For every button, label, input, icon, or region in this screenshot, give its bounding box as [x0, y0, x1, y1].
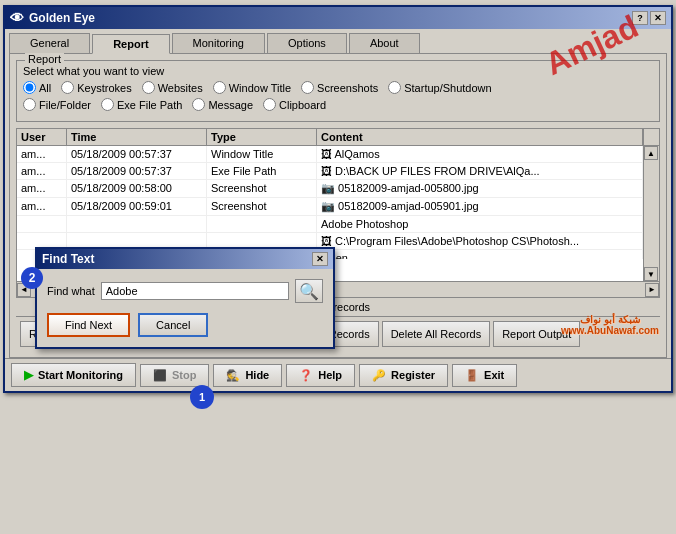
watermark-line2: www.AbuNawaf.com [561, 325, 659, 336]
select-label: Select what you want to view [23, 65, 653, 77]
titlebar: 👁 Golden Eye ? ✕ [5, 7, 671, 29]
table-row[interactable]: Adobe Photoshop [17, 216, 643, 233]
help-button[interactable]: ❓ Help [286, 364, 355, 387]
cell-content: 📷 05182009-amjad-005901.jpg [317, 198, 643, 215]
tab-report[interactable]: Report [92, 34, 169, 54]
scroll-right-button[interactable]: ► [645, 283, 659, 297]
watermark-line1: شبكة أبو نواف [561, 314, 659, 325]
cell-content: 🖼 AlQamos [317, 146, 643, 162]
radio-startup-shutdown[interactable]: Startup/Shutdown [388, 81, 491, 94]
window-title: Golden Eye [29, 11, 95, 25]
cell-content: Open [317, 250, 643, 259]
close-titlebar-button[interactable]: ✕ [650, 11, 666, 25]
help-titlebar-button[interactable]: ? [632, 11, 648, 25]
status-bar: ▶ Start Monitoring ⬛ Stop 🕵 Hide ❓ Help … [5, 358, 671, 391]
cell-type: Screenshot [207, 180, 317, 197]
cell-content: 📷 05182009-amjad-005800.jpg [317, 180, 643, 197]
table-row[interactable]: am... 05/18/2009 00:59:01 Screenshot 📷 0… [17, 198, 643, 216]
scroll-down-button[interactable]: ▼ [644, 267, 658, 281]
find-row: Find what 🔍 [47, 279, 323, 303]
cell-content: 🖼 D:\BACK UP FILES FROM DRIVE\AlQa... [317, 163, 643, 179]
stop-label: Stop [172, 369, 196, 381]
register-button[interactable]: 🔑 Register [359, 364, 448, 387]
find-label: Find what [47, 285, 95, 297]
tab-about[interactable]: About [349, 33, 420, 53]
dialog-title: Find Text [42, 252, 94, 266]
dialog-content: 2 Find what 🔍 Find Next Cancel [37, 269, 333, 347]
find-dialog: 1 Find Text ✕ 2 Find what 🔍 Find Next Ca… [35, 247, 335, 349]
exit-button[interactable]: 🚪 Exit [452, 364, 517, 387]
cell-type [207, 216, 317, 232]
radio-screenshots[interactable]: Screenshots [301, 81, 378, 94]
table-body: am... 05/18/2009 00:57:37 Window Title 🖼… [17, 146, 643, 259]
start-monitoring-button[interactable]: ▶ Start Monitoring [11, 363, 136, 387]
radio-all[interactable]: All [23, 81, 51, 94]
radio-row-2: File/Folder Exe File Path Message Clipbo… [23, 98, 653, 111]
radio-websites[interactable]: Websites [142, 81, 203, 94]
cell-type: Window Title [207, 146, 317, 162]
report-group: Report Select what you want to view All … [16, 60, 660, 122]
cell-user: am... [17, 198, 67, 215]
radio-window-title[interactable]: Window Title [213, 81, 291, 94]
cell-time: 05/18/2009 00:59:01 [67, 198, 207, 215]
app-icon: 👁 [10, 10, 24, 26]
cell-time: 05/18/2009 00:57:37 [67, 146, 207, 162]
cell-content: Adobe Photoshop [317, 216, 643, 232]
cell-type: Exe File Path [207, 163, 317, 179]
cell-user: am... [17, 163, 67, 179]
stop-icon: ⬛ [153, 369, 167, 382]
annotation-1: 1 [190, 385, 214, 409]
cell-content: 🖼 C:\Program Files\Adobe\Photoshop CS\Ph… [317, 233, 643, 249]
cell-user [17, 216, 67, 232]
table-header: User Time Type Content [17, 129, 659, 146]
badge-2: 2 [21, 267, 43, 289]
exit-label: Exit [484, 369, 504, 381]
find-browse-button[interactable]: 🔍 [295, 279, 323, 303]
cell-time: 05/18/2009 00:57:37 [67, 163, 207, 179]
help-icon: ❓ [299, 369, 313, 382]
col-user: User [17, 129, 67, 145]
play-icon: ▶ [24, 368, 33, 382]
hide-label: Hide [245, 369, 269, 381]
radio-row-1: All Keystrokes Websites Window Title Scr… [23, 81, 653, 94]
tab-options[interactable]: Options [267, 33, 347, 53]
table-scrollbar[interactable]: ▲ ▼ [643, 146, 659, 281]
cell-user: am... [17, 146, 67, 162]
cell-time [67, 216, 207, 232]
radio-file-folder[interactable]: File/Folder [23, 98, 91, 111]
cancel-button[interactable]: Cancel [138, 313, 208, 337]
watermark: شبكة أبو نواف www.AbuNawaf.com [561, 314, 659, 336]
delete-all-button[interactable]: Delete All Records [382, 321, 491, 347]
dialog-buttons: Find Next Cancel [47, 313, 323, 337]
find-next-button[interactable]: Find Next [47, 313, 130, 337]
radio-clipboard[interactable]: Clipboard [263, 98, 326, 111]
col-time: Time [67, 129, 207, 145]
start-monitoring-label: Start Monitoring [38, 369, 123, 381]
col-type: Type [207, 129, 317, 145]
cell-type: Screenshot [207, 198, 317, 215]
table-row[interactable]: am... 05/18/2009 00:58:00 Screenshot 📷 0… [17, 180, 643, 198]
cell-time: 05/18/2009 00:58:00 [67, 180, 207, 197]
tab-general[interactable]: General [9, 33, 90, 53]
col-content: Content [317, 129, 643, 145]
tab-bar: General Report Monitoring Options About [5, 29, 671, 53]
scroll-up-button[interactable]: ▲ [644, 146, 658, 160]
radio-exe-file-path[interactable]: Exe File Path [101, 98, 182, 111]
tab-monitoring[interactable]: Monitoring [172, 33, 265, 53]
dialog-close-button[interactable]: ✕ [312, 252, 328, 266]
stop-button[interactable]: ⬛ Stop [140, 364, 209, 387]
exit-icon: 🚪 [465, 369, 479, 382]
report-group-label: Report [25, 53, 64, 65]
radio-message[interactable]: Message [192, 98, 253, 111]
table-row[interactable]: am... 05/18/2009 00:57:37 Exe File Path … [17, 163, 643, 180]
badge-1: 1 [190, 385, 214, 409]
hide-icon: 🕵 [226, 369, 240, 382]
register-icon: 🔑 [372, 369, 386, 382]
table-row[interactable]: am... 05/18/2009 00:57:37 Window Title 🖼… [17, 146, 643, 163]
help-label: Help [318, 369, 342, 381]
dialog-titlebar: Find Text ✕ [37, 249, 333, 269]
find-text-dialog: Find Text ✕ 2 Find what 🔍 Find Next Canc… [35, 247, 335, 349]
find-input[interactable] [101, 282, 289, 300]
hide-button[interactable]: 🕵 Hide [213, 364, 282, 387]
radio-keystrokes[interactable]: Keystrokes [61, 81, 131, 94]
